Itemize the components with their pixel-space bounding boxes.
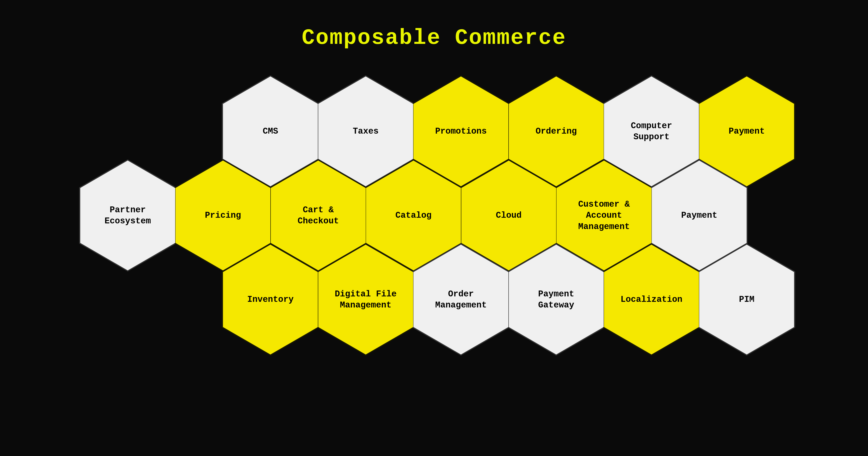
hex-label-pricing: Pricing — [198, 205, 248, 225]
hex-label-cms: CMS — [256, 121, 285, 141]
hex-label-order-management: Order Management — [428, 284, 493, 315]
hex-label-customer-account: Customer & Account Management — [571, 194, 637, 237]
hex-label-ordering: Ordering — [529, 121, 583, 141]
hex-label-taxes: Taxes — [346, 121, 385, 141]
hex-label-cart-checkout: Cart & Checkout — [291, 200, 346, 231]
hex-label-promotions: Promotions — [428, 121, 493, 141]
hex-label-inventory: Inventory — [241, 290, 301, 309]
hex-label-pim: PIM — [732, 290, 761, 309]
hex-label-digital-file: Digital File Management — [328, 284, 403, 315]
honeycomb-grid: CMSTaxesPromotionsOrderingComputer Suppo… — [50, 68, 818, 430]
hex-label-partner-ecosystem: Partner Ecosystem — [98, 200, 158, 231]
hex-partner-ecosystem: Partner Ecosystem — [79, 159, 176, 272]
hex-label-catalog: Catalog — [389, 205, 438, 225]
hex-label-payment-gateway: Payment Gateway — [531, 284, 581, 315]
hex-label-payment-right: Payment — [675, 205, 724, 225]
hex-label-cloud: Cloud — [489, 205, 528, 225]
hex-label-localization: Localization — [614, 290, 689, 309]
hex-label-computer-support: Computer Support — [624, 116, 679, 147]
hex-label-payment-top: Payment — [722, 121, 772, 141]
page-title: Composable Commerce — [302, 26, 566, 51]
